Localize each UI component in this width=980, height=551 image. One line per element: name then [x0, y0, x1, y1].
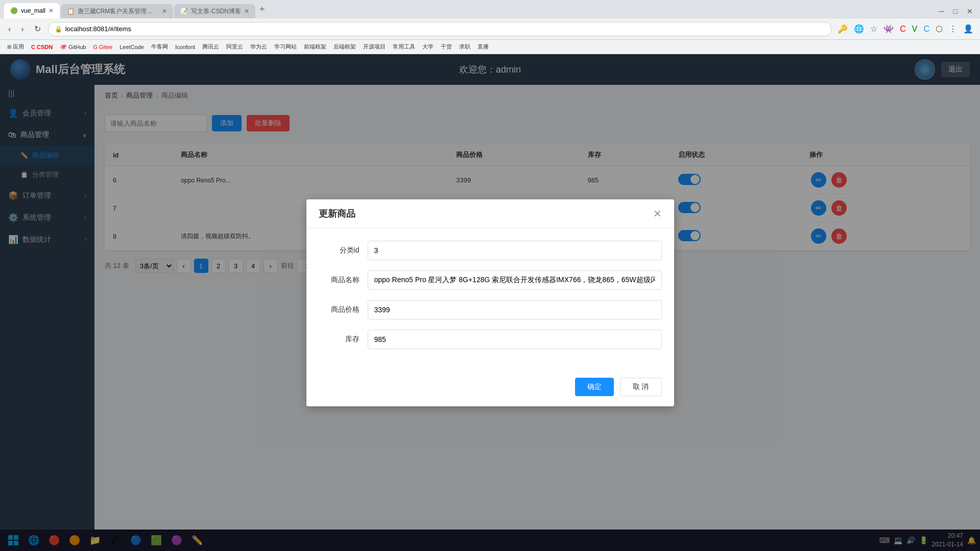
tab-title: vue_mall [21, 7, 45, 14]
form-label-category: 分类id [319, 246, 360, 255]
app-area: Mall后台管理系统 欢迎您：admin 退出 ||| 👤 会员管理 › [0, 54, 980, 551]
back-button[interactable]: ‹ [5, 22, 14, 36]
bookmark-live[interactable]: 直播 [474, 42, 492, 52]
key-icon[interactable]: 🔑 [836, 22, 849, 35]
modal-body: 分类id 商品名称 商品价格 [306, 228, 674, 372]
modal-close-button[interactable]: ✕ [653, 209, 662, 219]
product-price-input[interactable] [368, 300, 662, 319]
tab-favicon: 🟢 [10, 7, 18, 14]
form-row-category: 分类id [319, 241, 662, 260]
bookmark-tencent[interactable]: 腾讯云 [199, 42, 222, 52]
extension-icon1[interactable]: 👾 [882, 22, 895, 35]
tab-csdn[interactable]: 📝 写文章-CSDN博客 ✕ [174, 4, 255, 18]
bookmark-niuke[interactable]: 牛客网 [148, 42, 171, 52]
extension-icon3[interactable]: V [911, 23, 919, 35]
content-area: 首页 › 商品管理 › 商品编辑 添加 批量删除 [94, 85, 980, 551]
bookmark-university[interactable]: 大学 [419, 42, 437, 52]
modal-overlay: 更新商品 ✕ 分类id 商品名称 [94, 85, 980, 551]
modal-header: 更新商品 ✕ [306, 199, 674, 228]
tab-crm[interactable]: 📋 唐三藏CRM客户关系管理系统—... ✕ [61, 4, 173, 18]
product-name-input[interactable] [368, 270, 662, 290]
browser-toolbar-icons: 🔑 🌐 ☆ 👾 C V C ⬡ ⋮ 👤 [836, 22, 975, 35]
modal-title: 更新商品 [319, 208, 355, 220]
cancel-button[interactable]: 取 消 [620, 378, 662, 396]
bookmark-goods[interactable]: 干货 [438, 42, 455, 52]
bookmark-backend[interactable]: 后端框架 [330, 42, 359, 52]
bookmark-apps[interactable]: ⊞应用 [4, 42, 27, 52]
browser-toolbar: ‹ › ↻ 🔒 🔑 🌐 ☆ 👾 C V C ⬡ ⋮ 👤 [0, 18, 980, 40]
tab-close[interactable]: ✕ [244, 8, 249, 15]
form-label-stock: 库存 [319, 335, 360, 344]
bookmark-github[interactable]: 🐙GitHub [57, 42, 89, 51]
bookmark-study[interactable]: 学习网站 [271, 42, 300, 52]
tab-close[interactable]: ✕ [162, 8, 167, 15]
bookmark-job[interactable]: 求职 [456, 42, 473, 52]
minimize-button[interactable]: ─ [936, 6, 947, 16]
tab-close[interactable]: ✕ [49, 7, 54, 14]
tab-vue-mall[interactable]: 🟢 vue_mall ✕ [4, 3, 60, 18]
tab-bar: 🟢 vue_mall ✕ 📋 唐三藏CRM客户关系管理系统—... ✕ 📝 写文… [0, 0, 980, 18]
new-tab-button[interactable]: + [255, 4, 269, 15]
reload-button[interactable]: ↻ [31, 22, 44, 36]
bookmarks-bar: ⊞应用 CCSDN 🐙GitHub GGitee LeetCode 牛客网 Ic… [0, 40, 980, 54]
bookmark-gitee[interactable]: GGitee [90, 43, 115, 51]
form-row-stock: 库存 [319, 330, 662, 349]
star-icon[interactable]: ☆ [869, 22, 879, 35]
forward-button[interactable]: › [18, 22, 27, 36]
category-id-input[interactable] [368, 241, 662, 260]
product-stock-input[interactable] [368, 330, 662, 349]
main-layout: ||| 👤 会员管理 › 🛍 商品管理 ∨ [0, 85, 980, 551]
form-row-name: 商品名称 [319, 270, 662, 290]
extension-icon2[interactable]: C [898, 23, 907, 35]
settings-icon[interactable]: ⋮ [947, 22, 959, 35]
bookmark-huawei[interactable]: 华为云 [247, 42, 270, 52]
bookmark-csdn[interactable]: CCSDN [28, 43, 56, 51]
modal-footer: 确定 取 消 [306, 372, 674, 406]
tab-favicon: 📝 [180, 8, 188, 15]
address-input[interactable] [65, 25, 826, 33]
lock-icon: 🔒 [55, 26, 62, 33]
maximize-button[interactable]: □ [950, 6, 961, 16]
tab-favicon: 📋 [67, 8, 75, 15]
extension-icon4[interactable]: C [922, 23, 931, 35]
form-row-price: 商品价格 [319, 300, 662, 319]
tab-title: 写文章-CSDN博客 [191, 7, 241, 16]
bookmark-frontend[interactable]: 前端框架 [301, 42, 329, 52]
form-label-name: 商品名称 [319, 276, 360, 285]
bookmark-tools[interactable]: 常用工具 [390, 42, 418, 52]
translate-icon[interactable]: 🌐 [852, 22, 866, 35]
bookmark-opensource[interactable]: 开源项目 [360, 42, 389, 52]
bookmark-leetcode[interactable]: LeetCode [116, 43, 147, 51]
form-label-price: 商品价格 [319, 305, 360, 314]
bookmark-aliyun[interactable]: 阿里云 [223, 42, 246, 52]
extension-icon5[interactable]: ⬡ [934, 22, 944, 35]
user-profile-icon[interactable]: 👤 [962, 22, 975, 35]
confirm-button[interactable]: 确定 [575, 378, 614, 396]
bookmark-iconfont[interactable]: Iconfont [172, 43, 198, 51]
tab-title: 唐三藏CRM客户关系管理系统—... [78, 7, 159, 16]
address-bar[interactable]: 🔒 [48, 22, 832, 36]
modal-dialog: 更新商品 ✕ 分类id 商品名称 [306, 199, 674, 406]
close-button[interactable]: ✕ [964, 6, 976, 16]
